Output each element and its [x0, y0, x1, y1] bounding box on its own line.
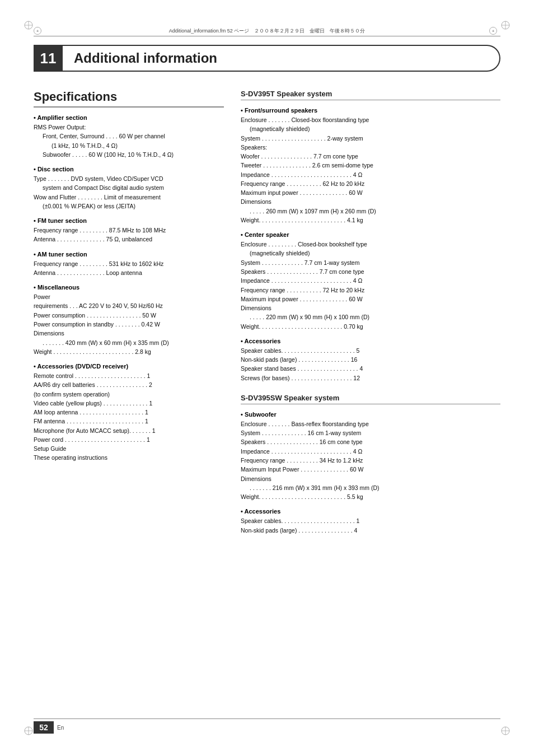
page-footer: 52 En [34, 718, 500, 734]
spec-line: Tweeter . . . . . . . . . . . . . . . 2.… [241, 161, 500, 170]
spec-line: Speakers . . . . . . . . . . . . . . . .… [241, 437, 500, 446]
meta-text: Additional_information.fm 52 ページ ２００８年２月… [45, 27, 489, 35]
left-column: Specifications Amplifier section RMS Pow… [34, 90, 224, 535]
spec-line: Non-skid pads (large) . . . . . . . . . … [241, 526, 500, 535]
spec-line: Type . . . . . . . DVD system, Video CD/… [34, 174, 224, 183]
spec-line: System . . . . . . . . . . . . . . . . .… [241, 134, 500, 143]
spec-line: Remote control . . . . . . . . . . . . .… [34, 371, 224, 380]
chapter-title: Additional information [63, 45, 500, 72]
spec-line: Enclosure . . . . . . . . . Closed-box b… [241, 240, 500, 249]
spec-line: Frequency range . . . . . . . . . . 34 H… [241, 456, 500, 465]
spec-line: These operating instructions [34, 453, 224, 462]
spec-line: Speakers: [241, 143, 500, 152]
right-column: S-DV395T Speaker system Front/surround s… [241, 90, 500, 535]
spec-line: Woofer . . . . . . . . . . . . . . . . 7… [241, 152, 500, 161]
corner-tr [500, 20, 510, 30]
section-fm-heading: FM tuner section [34, 217, 224, 224]
spec-line: Maximum input power . . . . . . . . . . … [241, 188, 500, 197]
spec-line: Power cord . . . . . . . . . . . . . . .… [34, 435, 224, 444]
meta-bar: + Additional_information.fm 52 ページ ２００８年… [34, 27, 500, 36]
corner-br [500, 726, 510, 736]
spec-line: Wow and Flutter . . . . . . . . Limit of… [34, 193, 224, 202]
spec-line: Speaker stand bases . . . . . . . . . . … [241, 364, 500, 373]
spec-line: Power [34, 292, 224, 301]
spec-line: Setup Guide [34, 444, 224, 453]
section-am-heading: AM tuner section [34, 251, 224, 258]
specs-title: Specifications [34, 90, 224, 108]
spec-line: AM loop antenna . . . . . . . . . . . . … [34, 408, 224, 417]
crosshair-right: + [489, 27, 497, 35]
spec-line: Non-skid pads (large) . . . . . . . . . … [241, 355, 500, 364]
section-misc-heading: Miscellaneous [34, 284, 224, 291]
spec-line: Weight. . . . . . . . . . . . . . . . . … [241, 492, 500, 501]
spec-line: requirements . . . AC 220 V to 240 V, 50… [34, 301, 224, 310]
section-acc-dvd-heading: Accessories (DVD/CD receiver) [34, 363, 224, 370]
page-lang: En [57, 725, 64, 731]
section-front-surround-heading: Front/surround speakers [241, 107, 500, 114]
spec-line: (magnetically shielded) [241, 249, 500, 258]
spec-line: RMS Power Output: [34, 123, 224, 132]
spec-line: . . . . . 260 mm (W) x 1097 mm (H) x 260… [241, 207, 500, 216]
spec-line: system and Compact Disc digital audio sy… [34, 183, 224, 192]
spec-line: Impedance . . . . . . . . . . . . . . . … [241, 276, 500, 285]
spec-line: Front, Center, Surround . . . . 60 W per… [34, 132, 224, 141]
spec-line: Subwoofer . . . . . 60 W (100 Hz, 10 % T… [34, 150, 224, 159]
spec-line: Dimensions [241, 474, 500, 483]
corner-bl [24, 726, 34, 736]
spec-line: Impedance . . . . . . . . . . . . . . . … [241, 447, 500, 456]
spec-line: Power consumption in standby . . . . . .… [34, 320, 224, 329]
spec-line: System . . . . . . . . . . . . . . 16 cm… [241, 428, 500, 437]
spec-line: Frequency range . . . . . . . . . . . 62… [241, 179, 500, 188]
spec-line: . . . . . 220 mm (W) x 90 mm (H) x 100 m… [241, 312, 500, 321]
spec-line: Frequency range . . . . . . . . . 531 kH… [34, 259, 224, 268]
spec-line: FM antenna . . . . . . . . . . . . . . .… [34, 417, 224, 426]
spec-line: (±0.001 % W.PEAK) or less (JEITA) [34, 202, 224, 211]
section-center-speaker-heading: Center speaker [241, 231, 500, 238]
chapter-header: 11 Additional information [34, 45, 500, 72]
spec-line: Frequency range . . . . . . . . . 87.5 M… [34, 226, 224, 235]
spec-line: Video cable (yellow plugs) . . . . . . .… [34, 399, 224, 408]
spec-line: Enclosure . . . . . . . Bass-reflex floo… [241, 419, 500, 428]
chapter-number: 11 [34, 45, 63, 72]
spec-line: Weight . . . . . . . . . . . . . . . . .… [34, 347, 224, 356]
spec-line: (1 kHz, 10 % T.H.D., 4 Ω) [34, 141, 224, 150]
spec-line: Impedance . . . . . . . . . . . . . . . … [241, 170, 500, 179]
section-acc-395t-heading: Accessories [241, 338, 500, 344]
spec-line: (to confirm system operation) [34, 390, 224, 399]
spec-line: Power consumption . . . . . . . . . . . … [34, 311, 224, 320]
spec-line: . . . . . . . 420 mm (W) x 60 mm (H) x 3… [34, 338, 224, 347]
spec-line: Speaker cables. . . . . . . . . . . . . … [241, 516, 500, 525]
crosshair-left: + [34, 27, 41, 35]
spec-line: Screws (for bases) . . . . . . . . . . .… [241, 374, 500, 382]
spec-line: AA/R6 dry cell batteries . . . . . . . .… [34, 380, 224, 389]
page-number: 52 [34, 721, 54, 734]
main-content: Specifications Amplifier section RMS Pow… [34, 90, 500, 535]
system-sv395t-title: S-DV395T Speaker system [241, 90, 500, 100]
spec-line: Antenna . . . . . . . . . . . . . . . Lo… [34, 268, 224, 277]
spec-line: Dimensions [34, 329, 224, 338]
section-acc-395sw-heading: Accessories [241, 508, 500, 515]
section-disc-heading: Disc section [34, 166, 224, 172]
spec-line: (magnetically shielded) [241, 124, 500, 133]
system-sv395sw-title: S-DV395SW Speaker system [241, 394, 500, 404]
spec-line: Weight. . . . . . . . . . . . . . . . . … [241, 216, 500, 225]
spec-line: Weight. . . . . . . . . . . . . . . . . … [241, 322, 500, 331]
spec-line: Enclosure . . . . . . . Closed-box floor… [241, 115, 500, 124]
spec-line: Frequency range . . . . . . . . . . . 72… [241, 286, 500, 295]
spec-line: Speakers . . . . . . . . . . . . . . . .… [241, 267, 500, 276]
section-amplifier-heading: Amplifier section [34, 114, 224, 121]
spec-line: Antenna . . . . . . . . . . . . . . . 75… [34, 235, 224, 244]
spec-line: Microphone (for Auto MCACC setup). . . .… [34, 426, 224, 435]
spec-line: Speaker cables. . . . . . . . . . . . . … [241, 346, 500, 355]
spec-line: Dimensions [241, 304, 500, 312]
spec-line: System . . . . . . . . . . . . . 7.7 cm … [241, 258, 500, 267]
spec-line: Maximum Input Power . . . . . . . . . . … [241, 465, 500, 474]
section-subwoofer-heading: Subwoofer [241, 411, 500, 418]
spec-line: Maximum input power . . . . . . . . . . … [241, 295, 500, 304]
corner-tl [24, 20, 34, 30]
spec-line: . . . . . . . 216 mm (W) x 391 mm (H) x … [241, 483, 500, 492]
spec-line: Dimensions [241, 197, 500, 206]
